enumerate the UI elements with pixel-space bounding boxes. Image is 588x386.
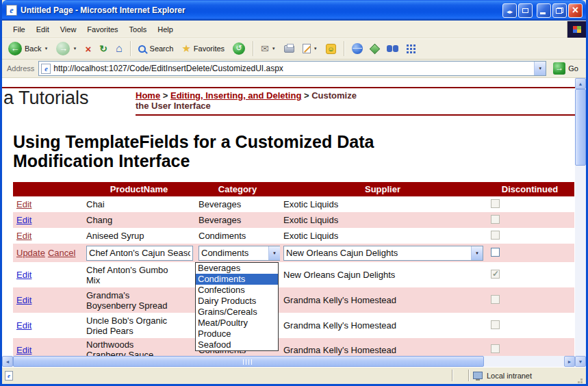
stop-button[interactable] <box>81 42 94 56</box>
vertical-scrollbar[interactable] <box>575 78 586 367</box>
titlebar-buttons <box>502 3 583 18</box>
favorites-label: Favorites <box>194 44 225 53</box>
edit-link[interactable]: Edit <box>16 345 31 355</box>
edit-link[interactable]: Edit <box>16 231 31 241</box>
header-rule-bottom <box>136 114 575 116</box>
addon-button-3[interactable] <box>383 44 402 53</box>
statusbar-panel <box>455 370 467 381</box>
table-row: Edit Chai Beverages Exotic Liquids <box>13 196 574 212</box>
left-right-arrows-icon <box>507 4 513 16</box>
minimize-icon <box>540 12 546 14</box>
edit-page-button[interactable] <box>299 42 321 55</box>
favorites-button[interactable]: Favorites <box>178 41 228 56</box>
messenger-button[interactable] <box>322 42 340 55</box>
forward-dropdown-icon[interactable] <box>73 47 77 51</box>
go-button[interactable]: Go <box>550 62 581 75</box>
globe-icon <box>352 43 363 54</box>
address-input[interactable]: http://localhost:1027/Code/EditInsertDel… <box>38 61 546 76</box>
menu-view[interactable]: View <box>55 23 82 36</box>
vertical-scroll-thumb[interactable] <box>575 89 586 166</box>
product-cell: Grandma's Boysenberry Spread <box>86 290 174 311</box>
menu-file[interactable]: File <box>8 23 31 36</box>
cancel-link[interactable]: Cancel <box>48 248 75 258</box>
scroll-right-button[interactable] <box>564 356 575 367</box>
breadcrumb-section-link[interactable]: Editing, Inserting, and Deleting <box>170 90 301 101</box>
page-title: Using TemplateFields for a Customized Da… <box>13 132 386 170</box>
resize-grip[interactable] <box>575 376 583 384</box>
dropdown-option[interactable]: Confections <box>196 285 278 296</box>
scroll-up-button[interactable] <box>575 78 586 89</box>
scroll-left-button[interactable] <box>2 356 13 367</box>
supplier-cell: Grandma Kelly's Homestead <box>280 345 485 355</box>
product-cell: Chai <box>83 199 195 209</box>
addon-button-2[interactable] <box>368 44 382 54</box>
document-status-icon <box>5 371 13 381</box>
scroll-down-button[interactable] <box>575 356 586 367</box>
toolbar-separator <box>253 41 253 56</box>
window-popout-button[interactable] <box>518 3 533 18</box>
supplier-cell: Exotic Liquids <box>280 231 485 241</box>
address-dropdown-icon[interactable] <box>534 62 546 75</box>
dropdown-option[interactable]: Seafood <box>196 339 278 350</box>
mail-button[interactable] <box>257 42 279 55</box>
horizontal-scroll-thumb[interactable] <box>13 356 484 367</box>
title-bar[interactable]: Untitled Page - Microsoft Internet Explo… <box>2 0 586 21</box>
breadcrumb-home-link[interactable]: Home <box>136 90 160 101</box>
breadcrumb-separator: > <box>163 90 168 101</box>
mail-dropdown-icon[interactable] <box>272 47 276 51</box>
refresh-button[interactable] <box>96 42 111 55</box>
statusbar-separator <box>452 370 453 381</box>
messenger-icon <box>326 44 336 54</box>
addon-button-4[interactable] <box>403 43 419 55</box>
search-button[interactable]: Search <box>135 43 177 54</box>
product-cell: Northwoods Cranberry Sauce <box>86 339 174 356</box>
menu-bar: File Edit View Favorites Tools Help <box>2 21 586 38</box>
category-dropdown[interactable]: Condiments <box>199 246 280 261</box>
minimize-button[interactable] <box>537 3 551 18</box>
dropdown-option[interactable]: Beverages <box>196 263 278 274</box>
edit-link[interactable]: Edit <box>16 199 31 209</box>
menu-tools[interactable]: Tools <box>124 23 153 36</box>
edit-dropdown-icon[interactable] <box>314 47 318 51</box>
menu-help[interactable]: Help <box>152 23 179 36</box>
history-button[interactable] <box>229 41 248 56</box>
close-button[interactable] <box>568 3 583 18</box>
home-button[interactable] <box>112 41 126 56</box>
menu-favorites[interactable]: Favorites <box>81 23 123 36</box>
dropdown-option[interactable]: Grains/Cereals <box>196 307 278 318</box>
edit-link[interactable]: Edit <box>16 295 31 305</box>
site-title: a Tutorials <box>3 88 89 109</box>
chevron-down-icon[interactable] <box>268 246 280 260</box>
supplier-cell: Grandma Kelly's Homestead <box>280 295 485 305</box>
horizontal-scrollbar[interactable] <box>2 356 575 367</box>
update-link[interactable]: Update <box>16 248 45 258</box>
table-row: Edit Uncle Bob's Organic Dried Pears Gra… <box>13 313 574 338</box>
discontinued-checkbox <box>491 215 500 224</box>
grid-header-row: ProductName Category Supplier Discontinu… <box>13 182 574 196</box>
dropdown-option[interactable]: Produce <box>196 329 278 339</box>
edit-link[interactable]: Edit <box>16 270 31 280</box>
print-button[interactable] <box>281 44 298 54</box>
nav-arrows-button[interactable] <box>502 3 517 18</box>
table-row: Edit Grandma's Boysenberry Spread Grandm… <box>13 287 574 313</box>
toolbar-separator <box>344 41 344 56</box>
chevron-down-icon[interactable] <box>471 246 483 260</box>
category-cell: Beverages <box>195 215 280 225</box>
restore-button[interactable] <box>552 3 567 18</box>
discontinued-checkbox <box>491 344 500 353</box>
breadcrumb: Home > Editing, Inserting, and Deleting … <box>136 90 423 111</box>
discontinued-checkbox[interactable] <box>491 248 500 257</box>
edit-link[interactable]: Edit <box>16 215 31 225</box>
discontinued-checkbox <box>491 270 500 279</box>
back-button[interactable]: Back <box>5 40 51 57</box>
addon-button-1[interactable] <box>348 42 366 55</box>
product-name-input[interactable] <box>86 246 193 261</box>
dropdown-option[interactable]: Dairy Products <box>196 296 278 307</box>
back-dropdown-icon[interactable] <box>44 47 48 51</box>
edit-link[interactable]: Edit <box>16 320 31 331</box>
dropdown-option-selected[interactable]: Condiments <box>196 274 278 285</box>
forward-button[interactable] <box>53 40 80 57</box>
dropdown-option[interactable]: Meat/Poultry <box>196 318 278 329</box>
supplier-dropdown[interactable]: New Orleans Cajun Delights <box>283 246 483 261</box>
menu-edit[interactable]: Edit <box>31 23 55 36</box>
